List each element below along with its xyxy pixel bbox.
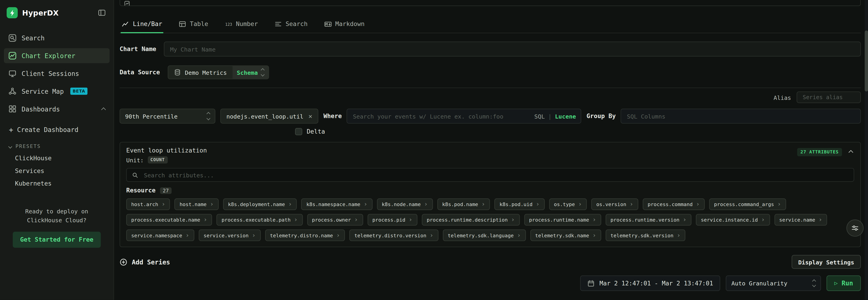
chevron-up-icon — [102, 105, 105, 113]
deploy-promo-text: Ready to deploy on ClickHouse Cloud? — [7, 207, 107, 225]
sidebar-item-client-sessions[interactable]: Client Sessions — [4, 66, 110, 81]
alias-input[interactable] — [797, 91, 861, 103]
chart-preview-partial — [120, 0, 861, 6]
group-label: Resource — [126, 187, 156, 194]
run-button[interactable]: Run — [827, 275, 861, 291]
sql-toggle[interactable]: SQL — [534, 113, 545, 119]
remove-metric-icon[interactable] — [308, 113, 312, 119]
attribute-chip[interactable]: k8s.pod.name — [437, 198, 490, 210]
attribute-chip[interactable]: process.owner — [307, 214, 363, 225]
metric-chip[interactable]: nodejs.event_loop.util — [220, 109, 318, 124]
date-range-value: Mar 2 12:47:01 - Mar 2 13:47:01 — [599, 280, 713, 287]
sidebar-item-dashboards[interactable]: Dashboards — [4, 102, 110, 116]
lucene-toggle[interactable]: Lucene — [555, 113, 576, 119]
group-by-label: Group By — [587, 113, 616, 120]
chevron-right-icon — [161, 201, 165, 208]
attribute-chip[interactable]: process.executable.name — [126, 214, 212, 225]
data-source-value: Demo Metrics — [185, 69, 227, 76]
number-icon: 123 — [225, 21, 232, 28]
create-dashboard-label: Create Dashboard — [17, 126, 78, 134]
chevron-right-icon — [777, 201, 781, 208]
attribute-chip[interactable]: service.version — [198, 229, 260, 241]
attribute-chip[interactable]: k8s.pod.uid — [495, 198, 545, 210]
attributes-count-badge: 27 ATTRIBUTES — [797, 148, 842, 156]
presets-toggle[interactable]: PRESETS — [0, 139, 114, 152]
chevron-down-icon — [9, 145, 11, 148]
attribute-chip[interactable]: process.command — [643, 198, 705, 210]
chevron-right-icon — [288, 201, 292, 208]
chart-name-label: Chart Name — [120, 45, 156, 53]
chevron-right-icon — [696, 201, 700, 208]
query-language-toggle: SQL | Lucene — [534, 113, 576, 119]
tab-line-bar[interactable]: Line/Bar — [121, 17, 163, 33]
attribute-chip[interactable]: telemetry.sdk.language — [443, 229, 526, 241]
preset-item-kubernetes[interactable]: Kubernetes — [0, 178, 114, 190]
sidebar-collapse-button[interactable] — [97, 8, 107, 18]
sidebar-item-search[interactable]: Search — [4, 31, 110, 46]
play-icon — [834, 280, 838, 286]
attribute-chip[interactable]: service.name — [774, 214, 827, 225]
tab-number[interactable]: 123 Number — [224, 17, 259, 33]
get-started-button[interactable]: Get Started for Free — [13, 231, 101, 248]
collapse-panel-button[interactable] — [847, 149, 854, 156]
attribute-chip[interactable]: process.executable.path — [217, 214, 302, 225]
chevron-up-icon — [848, 150, 853, 155]
attribute-chip[interactable]: process.runtime.name — [524, 214, 601, 225]
attribute-chip[interactable]: host.arch — [126, 198, 170, 210]
chevron-right-icon — [517, 232, 521, 239]
chevron-right-icon — [364, 201, 367, 208]
attribute-chip[interactable]: service.namespace — [126, 229, 194, 241]
tab-search[interactable]: Search — [274, 17, 309, 33]
app: HyperDX Search Chart Explorer — [0, 0, 868, 300]
attribute-chip[interactable]: telemetry.sdk.name — [530, 229, 601, 241]
attribute-chip[interactable]: telemetry.distro.version — [349, 229, 438, 241]
tab-markdown[interactable]: Markdown — [323, 17, 366, 33]
delta-checkbox[interactable] — [295, 128, 302, 135]
tab-table[interactable]: Table — [178, 17, 209, 33]
floating-sliders-button[interactable] — [846, 220, 863, 237]
attribute-chip[interactable]: os.type — [549, 198, 587, 210]
attribute-chip[interactable]: telemetry.sdk.version — [606, 229, 685, 241]
sliders-icon — [851, 224, 859, 232]
data-source-select[interactable]: Demo Metrics Schema — [167, 65, 269, 79]
chart-explorer-icon — [8, 52, 17, 60]
hyperdx-logo-icon — [7, 7, 18, 19]
group-by-input[interactable] — [621, 109, 861, 124]
granularity-select[interactable]: Auto Granularity — [726, 275, 821, 291]
preset-item-clickhouse[interactable]: ClickHouse — [0, 152, 114, 165]
attribute-chip[interactable]: host.name — [175, 198, 219, 210]
sidebar-item-chart-explorer[interactable]: Chart Explorer — [4, 48, 110, 63]
sidebar-item-label: Client Sessions — [22, 70, 79, 77]
create-dashboard-button[interactable]: + Create Dashboard — [0, 121, 114, 139]
metric-name: nodejs.event_loop.util — [226, 113, 303, 119]
sidebar-item-label: Chart Explorer — [22, 52, 75, 59]
attribute-chip[interactable]: process.runtime.description — [422, 214, 520, 225]
delta-label: Delta — [307, 128, 325, 135]
schema-selector[interactable]: Schema — [232, 66, 268, 79]
attribute-chip[interactable]: k8s.deployment.name — [223, 198, 297, 210]
aggregation-select[interactable]: 90th Percentile — [120, 109, 215, 124]
attribute-chip[interactable]: k8s.namespace.name — [302, 198, 373, 210]
attribute-chip[interactable]: process.runtime.version — [606, 214, 691, 225]
attribute-chip[interactable]: service.instance.id — [696, 214, 770, 225]
calendar-icon — [587, 280, 594, 287]
attributes-search-input[interactable] — [143, 171, 849, 179]
scrollbar-thumb[interactable] — [865, 31, 868, 91]
attribute-chip[interactable]: process.pid — [367, 214, 417, 225]
chart-name-input[interactable] — [164, 42, 861, 57]
chart-type-tabs: Line/Bar Table 123 Number Search — [120, 17, 861, 33]
attribute-chip[interactable]: os.version — [591, 198, 638, 210]
add-series-button[interactable]: Add Series — [120, 258, 170, 266]
group-count-badge: 27 — [160, 187, 172, 194]
attribute-chip[interactable]: process.command_args — [709, 198, 786, 210]
preset-item-services[interactable]: Services — [0, 165, 114, 178]
display-settings-button[interactable]: Display Settings — [792, 255, 861, 269]
date-range-button[interactable]: Mar 2 12:47:01 - Mar 2 13:47:01 — [580, 275, 720, 291]
plus-circle-icon — [120, 258, 127, 266]
attribute-chip[interactable]: k8s.node.name — [377, 198, 433, 210]
chevron-right-icon — [629, 201, 633, 208]
sidebar-item-service-map[interactable]: Service Map BETA — [4, 84, 110, 99]
panel-header: Event loop utilization Unit: COUNT 27 AT… — [126, 147, 854, 163]
attribute-chip[interactable]: telemetry.distro.name — [265, 229, 345, 241]
attribute-chips: host.arch host.name k8s.deployment.name … — [126, 198, 854, 241]
